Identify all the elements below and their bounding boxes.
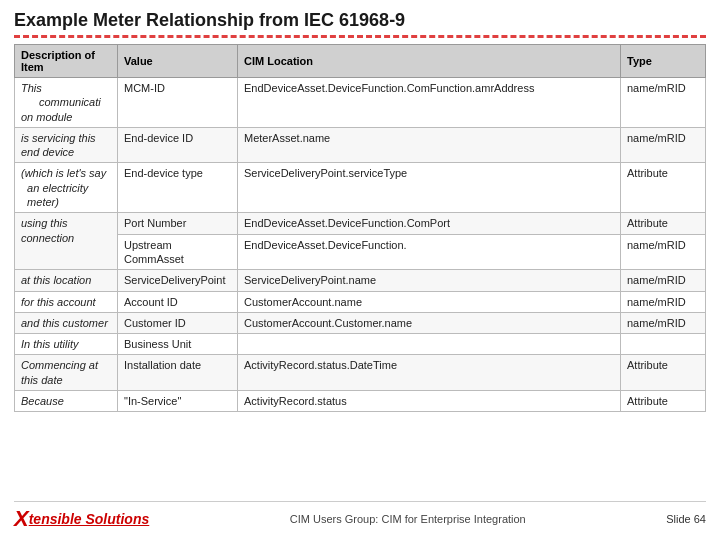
cell-cim: MeterAsset.name: [238, 127, 621, 163]
cell-value: Account ID: [118, 291, 238, 312]
cell-type: name/mRID: [621, 291, 706, 312]
cell-type: name/mRID: [621, 234, 706, 270]
cell-value: Business Unit: [118, 334, 238, 355]
cell-value: ServiceDeliveryPoint: [118, 270, 238, 291]
table-row: and this customerCustomer IDCustomerAcco…: [15, 312, 706, 333]
col-header-type: Type: [621, 45, 706, 78]
cell-cim: ActivityRecord.status.DateTime: [238, 355, 621, 391]
table-row: using this connectionPort NumberEndDevic…: [15, 213, 706, 234]
table-row: Commencing at this dateInstallation date…: [15, 355, 706, 391]
cell-type: Attribute: [621, 355, 706, 391]
cell-value: End-device ID: [118, 127, 238, 163]
footer-slide-number: Slide 64: [666, 513, 706, 525]
col-header-description: Description of Item: [15, 45, 118, 78]
cell-value: MCM-ID: [118, 78, 238, 128]
cell-description: Commencing at this date: [15, 355, 118, 391]
cell-type: name/mRID: [621, 127, 706, 163]
table-row: In this utilityBusiness Unit: [15, 334, 706, 355]
cell-description: Thiscommunication module: [15, 78, 118, 128]
cell-value: Customer ID: [118, 312, 238, 333]
cell-description: is servicing this end device: [15, 127, 118, 163]
cell-value: "In-Service": [118, 391, 238, 412]
cell-cim: CustomerAccount.Customer.name: [238, 312, 621, 333]
table-header-row: Description of Item Value CIM Location T…: [15, 45, 706, 78]
cell-cim: ServiceDeliveryPoint.serviceType: [238, 163, 621, 213]
footer-center-text: CIM Users Group: CIM for Enterprise Inte…: [149, 513, 666, 525]
cell-value: Installation date: [118, 355, 238, 391]
main-table: Description of Item Value CIM Location T…: [14, 44, 706, 412]
table-row: Because"In-Service"ActivityRecord.status…: [15, 391, 706, 412]
cell-type: Attribute: [621, 391, 706, 412]
cell-description: Because: [15, 391, 118, 412]
cell-cim: ActivityRecord.status: [238, 391, 621, 412]
cell-cim: EndDeviceAsset.DeviceFunction.ComPort: [238, 213, 621, 234]
cell-cim: EndDeviceAsset.DeviceFunction.: [238, 234, 621, 270]
cell-value: Port Number: [118, 213, 238, 234]
table-container: Description of Item Value CIM Location T…: [14, 44, 706, 495]
cell-description: and this customer: [15, 312, 118, 333]
cell-description: at this location: [15, 270, 118, 291]
cell-type: name/mRID: [621, 78, 706, 128]
table-row: is servicing this end deviceEnd-device I…: [15, 127, 706, 163]
logo-x-letter: X: [14, 506, 29, 532]
footer: X tensible Solutions CIM Users Group: CI…: [14, 501, 706, 532]
cell-description: for this account: [15, 291, 118, 312]
table-row: Thiscommunication moduleMCM-IDEndDeviceA…: [15, 78, 706, 128]
table-row: Upstream CommAssetEndDeviceAsset.DeviceF…: [15, 234, 706, 270]
cell-cim: ServiceDeliveryPoint.name: [238, 270, 621, 291]
col-header-cim: CIM Location: [238, 45, 621, 78]
table-row: for this accountAccount IDCustomerAccoun…: [15, 291, 706, 312]
cell-type: name/mRID: [621, 312, 706, 333]
cell-type: Attribute: [621, 213, 706, 234]
cell-value: Upstream CommAsset: [118, 234, 238, 270]
cell-type: name/mRID: [621, 270, 706, 291]
page: Example Meter Relationship from IEC 6196…: [0, 0, 720, 540]
col-header-value: Value: [118, 45, 238, 78]
cell-value: End-device type: [118, 163, 238, 213]
cell-type: [621, 334, 706, 355]
footer-logo: X tensible Solutions: [14, 506, 149, 532]
cell-type: Attribute: [621, 163, 706, 213]
cell-description: using this connection: [15, 213, 118, 270]
cell-cim: EndDeviceAsset.DeviceFunction.ComFunctio…: [238, 78, 621, 128]
logo-rest-text: tensible Solutions: [29, 511, 150, 527]
cell-description: In this utility: [15, 334, 118, 355]
cell-description: (which is let's say an electricity meter…: [15, 163, 118, 213]
table-row: (which is let's say an electricity meter…: [15, 163, 706, 213]
table-row: at this locationServiceDeliveryPointServ…: [15, 270, 706, 291]
page-title: Example Meter Relationship from IEC 6196…: [14, 10, 706, 38]
cell-cim: [238, 334, 621, 355]
cell-cim: CustomerAccount.name: [238, 291, 621, 312]
